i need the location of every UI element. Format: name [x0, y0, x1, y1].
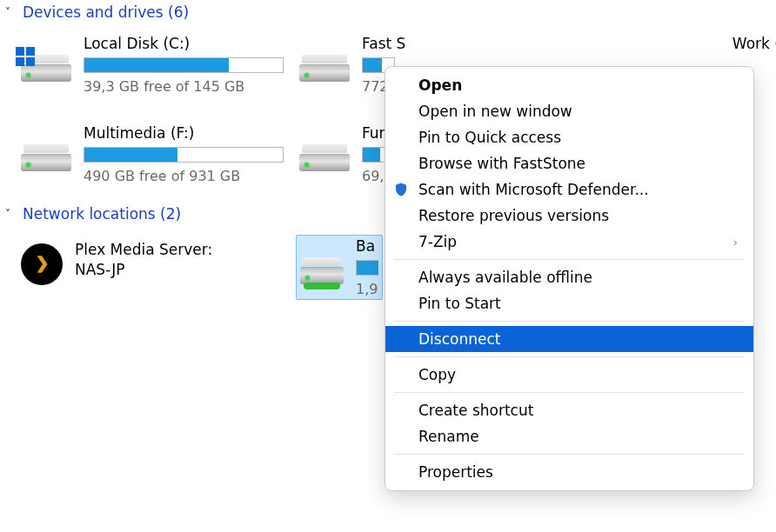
- drive-icon: [21, 142, 71, 171]
- drive-name: Multimedia (F:): [84, 124, 284, 142]
- drive-c[interactable]: Local Disk (C:) 39,3 GB free of 145 GB: [17, 33, 296, 96]
- drive-name: Work (E:): [733, 35, 776, 52]
- menu-separator: [394, 454, 745, 455]
- ctx-always-offline[interactable]: Always available offline: [385, 264, 753, 290]
- network-item-plex[interactable]: Plex Media Server: NAS-JP: [17, 235, 296, 300]
- chevron-right-icon: ›: [733, 236, 738, 249]
- ctx-open[interactable]: Open: [385, 72, 753, 98]
- drive-icon: [299, 142, 350, 171]
- ctx-open-new-window[interactable]: Open in new window: [385, 98, 753, 124]
- ctx-rename[interactable]: Rename: [385, 423, 753, 449]
- menu-separator: [394, 392, 745, 393]
- drive-icon: [21, 52, 71, 82]
- ctx-browse-faststone[interactable]: Browse with FastStone: [385, 150, 753, 176]
- shield-icon: [392, 181, 410, 198]
- drive-name: Fast Storage (D:): [362, 35, 405, 52]
- drive-f[interactable]: Multimedia (F:) 490 GB free of 931 GB: [17, 123, 296, 186]
- ctx-copy[interactable]: Copy: [385, 362, 753, 388]
- menu-separator: [394, 259, 745, 260]
- ctx-pin-quick-access[interactable]: Pin to Quick access: [385, 124, 753, 150]
- drive-name: Local Disk (C:): [84, 35, 284, 52]
- plex-icon: [21, 243, 63, 285]
- menu-separator: [394, 321, 745, 322]
- drive-free-text: 39,3 GB free of 145 GB: [84, 78, 284, 95]
- ctx-scan-defender[interactable]: Scan with Microsoft Defender...: [385, 176, 753, 203]
- ctx-create-shortcut[interactable]: Create shortcut: [385, 397, 753, 423]
- capacity-bar: [356, 260, 378, 276]
- capacity-bar: [84, 147, 284, 163]
- network-drive-backup[interactable]: Ba 1,9: [296, 235, 383, 300]
- capacity-bar: [84, 57, 284, 73]
- drive-name: Ba: [356, 237, 378, 255]
- drive-icon: [299, 52, 350, 82]
- ctx-disconnect[interactable]: Disconnect: [385, 326, 753, 352]
- network-drive-icon: [300, 255, 344, 284]
- ctx-properties[interactable]: Properties: [385, 459, 753, 485]
- section-header-drives[interactable]: ˅ Devices and drives (6): [0, 0, 776, 24]
- ctx-pin-start[interactable]: Pin to Start: [385, 290, 753, 316]
- drive-free-text: 490 GB free of 931 GB: [84, 168, 284, 184]
- section-title-drives: Devices and drives (6): [23, 3, 189, 21]
- section-title-network: Network locations (2): [23, 205, 181, 223]
- menu-separator: [394, 356, 745, 357]
- chevron-down-icon: ˅: [5, 6, 16, 18]
- windows-logo-icon: [16, 47, 35, 66]
- drive-free-text: 1,9: [356, 281, 378, 297]
- context-menu: Open Open in new window Pin to Quick acc…: [385, 66, 754, 491]
- ctx-restore-previous[interactable]: Restore previous versions: [385, 203, 753, 229]
- network-item-label: Plex Media Server: NAS-JP: [75, 240, 212, 280]
- ctx-7zip[interactable]: 7-Zip ›: [385, 229, 753, 255]
- chevron-down-icon: ˅: [5, 208, 16, 220]
